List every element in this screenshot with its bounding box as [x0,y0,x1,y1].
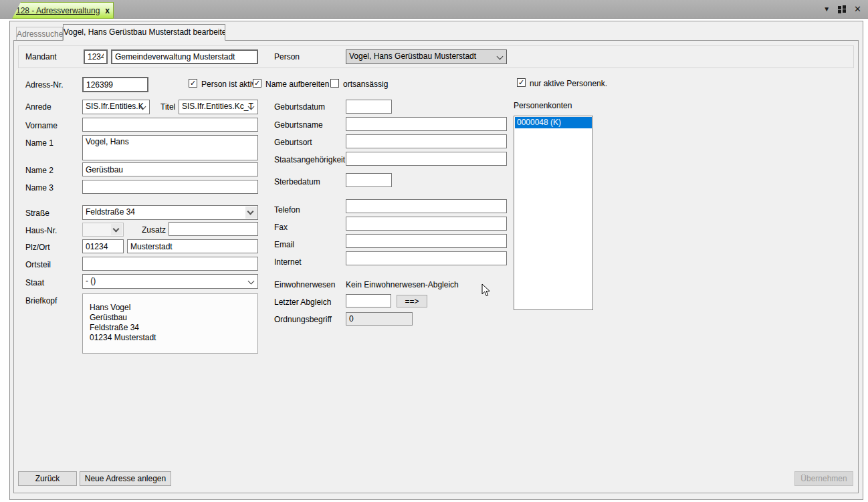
nur-aktive-personenk-checkbox[interactable]: ✓ [517,78,526,87]
staat-combobox[interactable]: - () [82,274,258,289]
mandant-name-input[interactable] [111,49,258,64]
app-screen: 128 - Adressverwaltung x ▼ ✕ Adresssuche… [0,0,868,502]
sterbedatum-label: Sterbedatum [274,177,320,186]
person-label: Person [274,52,300,61]
hausnr-label: Haus-Nr. [25,226,57,235]
adressnr-label: Adress-Nr. [25,80,64,90]
geburtsort-input[interactable] [346,134,507,148]
uebernehmen-button: Übernehmen [794,471,853,486]
personenkonten-label: Personenkonten [514,101,572,110]
ortsansaessig-label: ortsansässig [343,80,388,89]
staatsangehoerigkeit-label: Staatsangehörigkeit [274,155,345,164]
geburtsname-input[interactable] [346,117,507,131]
vorname-input[interactable] [82,118,258,132]
zurueck-button[interactable]: Zurück [18,471,77,486]
mandant-label: Mandant [25,52,57,61]
doc-tab-adressverwaltung[interactable]: 128 - Adressverwaltung x [12,2,114,19]
strasse-combobox[interactable]: Feldstraße 34 [82,205,258,220]
hausnr-combobox[interactable] [82,223,124,237]
name2-label: Name 2 [25,166,53,175]
ortsteil-input[interactable] [82,257,258,271]
internet-label: Internet [274,257,302,267]
telefon-input[interactable] [346,199,507,213]
window-close-icon[interactable]: ✕ [854,5,861,14]
anrede-label: Anrede [25,102,51,112]
titel-combobox[interactable]: SIS.Ifr.Entities.Kc_T [179,100,258,114]
geburtsname-label: Geburtsname [274,120,323,130]
anrede-combobox[interactable]: SIS.Ifr.Entities.K [82,100,150,114]
zusatz-label: Zusatz [142,225,166,235]
letzter-abgleich-input[interactable] [346,294,391,307]
staatsangehoerigkeit-input[interactable] [346,152,507,166]
person-combobox[interactable]: Vogel, Hans Gerüstbau Musterstadt [346,49,507,64]
letzter-abgleich-label: Letzter Abgleich [274,297,331,307]
name2-input[interactable] [82,162,258,176]
name3-input[interactable] [82,180,258,194]
ort-input[interactable] [127,239,258,253]
strasse-combobox-value: Feldstraße 34 [86,207,135,217]
neue-adresse-anlegen-button[interactable]: Neue Adresse anlegen [80,471,171,486]
doc-tab-close-icon[interactable]: x [105,6,110,15]
nur-aktive-personenk-label: nur aktive Personenk. [530,79,607,88]
combo-chevron-icon [248,278,255,285]
tab-adresssuche[interactable]: Adresssuche [16,27,63,41]
combo-dropdown-button[interactable] [245,207,257,219]
combo-chevron-icon [247,209,254,215]
mandant-code-input[interactable] [84,49,108,64]
plzort-label: Plz/Ort [25,243,50,252]
person-ist-aktiv-checkbox[interactable]: ✓ [189,79,197,88]
plz-input[interactable] [82,239,124,253]
ordnungsbegriff-label: Ordnungsbegriff [274,315,332,324]
fax-input[interactable] [346,217,507,231]
telefon-label: Telefon [274,205,300,215]
combo-dropdown-button[interactable] [111,224,122,235]
ordnungsbegriff-input[interactable] [346,312,413,326]
combo-chevron-icon [113,226,120,233]
window-titlebar: 128 - Adressverwaltung x ▼ ✕ [0,0,868,19]
person-ist-aktiv-label: Person ist aktiv [201,80,255,89]
tile-layout-icon[interactable] [838,5,846,13]
name3-label: Name 3 [25,183,53,193]
internet-input[interactable] [346,251,507,265]
combo-chevron-icon [497,53,504,60]
titlebar-icons: ▼ ✕ [823,5,861,14]
ortsteil-label: Ortsteil [25,260,51,269]
geburtsort-label: Geburtsort [274,138,312,147]
staat-combobox-value: - () [86,276,96,285]
personenkonten-listbox[interactable]: 0000048 (K) [514,116,593,310]
name-aufbereiten-label: Name aufbereiten [265,80,329,89]
sterbedatum-input[interactable] [346,173,392,187]
einwohnerwesen-status: Kein Einwohnerwesen-Abgleich [346,280,459,289]
zusatz-input[interactable] [169,222,258,236]
email-label: Email [274,240,294,249]
name1-input[interactable]: Vogel, Hans [82,135,258,160]
doc-tab-title: 128 - Adressverwaltung [16,6,100,15]
adressnr-input[interactable] [82,77,148,92]
titel-combobox-value: SIS.Ifr.Entities.Kc_T [182,102,253,111]
name-aufbereiten-checkbox[interactable]: ✓ [253,79,261,88]
name1-label: Name 1 [25,138,53,148]
briefkopf-textarea[interactable]: Hans Vogel Gerüstbau Feldstraße 34 01234… [82,293,258,354]
briefkopf-label: Briefkopf [25,296,57,305]
einwohnerwesen-label: Einwohnerwesen [274,280,335,289]
geburtsdatum-label: Geburtsdatum [274,102,325,112]
ortsansaessig-checkbox[interactable] [330,79,339,88]
person-combobox-value: Vogel, Hans Gerüstbau Musterstadt [349,51,476,61]
staat-label: Staat [25,278,44,287]
vorname-label: Vorname [25,121,58,130]
geburtsdatum-input[interactable] [346,100,392,114]
mouse-cursor [481,283,491,297]
tab-adresse-bearbeiten[interactable]: Vogel, Hans Gerüstbau Musterstadt bearbe… [63,24,225,41]
abgleich-button[interactable]: ==> [397,295,427,307]
fax-label: Fax [274,223,288,232]
titel-label: Titel [160,102,175,112]
chevron-down-icon[interactable]: ▼ [823,5,830,14]
anrede-combobox-value: SIS.Ifr.Entities.K [86,102,144,111]
strasse-label: Straße [25,209,49,218]
personenkonto-list-item-selected[interactable]: 0000048 (K) [515,117,592,128]
email-input[interactable] [346,234,507,248]
